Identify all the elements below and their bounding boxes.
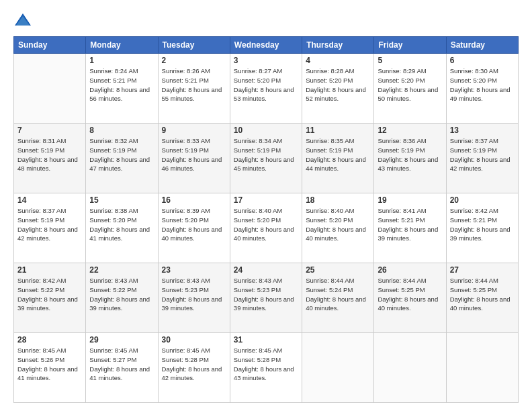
day-info: Sunrise: 8:34 AMSunset: 5:19 PMDaylight:… [234,136,298,173]
day-number: 27 [450,265,515,275]
calendar-cell: 18Sunrise: 8:40 AMSunset: 5:20 PMDayligh… [302,193,374,263]
day-info: Sunrise: 8:45 AMSunset: 5:27 PMDaylight:… [89,346,154,383]
day-info: Sunrise: 8:37 AMSunset: 5:19 PMDaylight:… [17,206,82,243]
day-info: Sunrise: 8:35 AMSunset: 5:19 PMDaylight:… [306,136,370,173]
calendar-cell [446,333,518,403]
day-info: Sunrise: 8:45 AMSunset: 5:28 PMDaylight:… [234,346,298,383]
day-info: Sunrise: 8:44 AMSunset: 5:25 PMDaylight:… [450,276,515,313]
day-info: Sunrise: 8:41 AMSunset: 5:21 PMDaylight:… [378,206,442,243]
calendar-header-row: SundayMondayTuesdayWednesdayThursdayFrid… [14,37,519,54]
day-info: Sunrise: 8:38 AMSunset: 5:20 PMDaylight:… [89,206,154,243]
day-number: 7 [17,126,82,135]
calendar-week-row: 7Sunrise: 8:31 AMSunset: 5:19 PMDaylight… [14,124,519,193]
calendar-cell: 27Sunrise: 8:44 AMSunset: 5:25 PMDayligh… [446,263,518,333]
calendar-cell: 22Sunrise: 8:43 AMSunset: 5:22 PMDayligh… [86,263,158,333]
day-number: 21 [17,265,82,275]
day-number: 22 [89,265,154,275]
calendar-cell [14,54,86,124]
day-number: 11 [306,126,370,135]
calendar-page: SundayMondayTuesdayWednesdayThursdayFrid… [0,0,532,411]
calendar-week-row: 14Sunrise: 8:37 AMSunset: 5:19 PMDayligh… [14,193,519,263]
calendar-table: SundayMondayTuesdayWednesdayThursdayFrid… [13,36,519,403]
day-number: 6 [450,56,515,65]
day-info: Sunrise: 8:24 AMSunset: 5:21 PMDaylight:… [89,66,154,103]
calendar-cell: 19Sunrise: 8:41 AMSunset: 5:21 PMDayligh… [374,193,446,263]
day-info: Sunrise: 8:26 AMSunset: 5:21 PMDaylight:… [162,66,226,103]
day-info: Sunrise: 8:44 AMSunset: 5:24 PMDaylight:… [306,276,370,313]
calendar-cell: 13Sunrise: 8:37 AMSunset: 5:19 PMDayligh… [446,124,518,193]
calendar-cell: 24Sunrise: 8:43 AMSunset: 5:23 PMDayligh… [230,263,302,333]
day-info: Sunrise: 8:43 AMSunset: 5:23 PMDaylight:… [234,276,298,313]
calendar-cell: 11Sunrise: 8:35 AMSunset: 5:19 PMDayligh… [302,124,374,193]
calendar-cell: 30Sunrise: 8:45 AMSunset: 5:28 PMDayligh… [158,333,230,403]
calendar-header-cell: Wednesday [230,37,302,54]
day-number: 23 [162,265,226,275]
calendar-cell: 2Sunrise: 8:26 AMSunset: 5:21 PMDaylight… [158,54,230,124]
calendar-week-row: 21Sunrise: 8:42 AMSunset: 5:22 PMDayligh… [14,263,519,333]
day-info: Sunrise: 8:37 AMSunset: 5:19 PMDaylight:… [450,136,515,173]
calendar-header-cell: Saturday [446,37,518,54]
calendar-cell: 7Sunrise: 8:31 AMSunset: 5:19 PMDaylight… [14,124,86,193]
calendar-cell: 14Sunrise: 8:37 AMSunset: 5:19 PMDayligh… [14,193,86,263]
day-number: 25 [306,265,370,275]
day-info: Sunrise: 8:40 AMSunset: 5:20 PMDaylight:… [306,206,370,243]
day-number: 2 [162,56,226,65]
calendar-week-row: 1Sunrise: 8:24 AMSunset: 5:21 PMDaylight… [14,54,519,124]
calendar-cell: 29Sunrise: 8:45 AMSunset: 5:27 PMDayligh… [86,333,158,403]
logo [13,11,35,30]
calendar-cell: 12Sunrise: 8:36 AMSunset: 5:19 PMDayligh… [374,124,446,193]
day-number: 9 [162,126,226,135]
calendar-cell: 1Sunrise: 8:24 AMSunset: 5:21 PMDaylight… [86,54,158,124]
day-number: 31 [234,335,298,345]
calendar-header-cell: Tuesday [158,37,230,54]
day-info: Sunrise: 8:45 AMSunset: 5:28 PMDaylight:… [162,346,226,383]
day-number: 1 [89,56,154,65]
day-info: Sunrise: 8:39 AMSunset: 5:20 PMDaylight:… [162,206,226,243]
day-info: Sunrise: 8:36 AMSunset: 5:19 PMDaylight:… [378,136,442,173]
day-info: Sunrise: 8:28 AMSunset: 5:20 PMDaylight:… [306,66,370,103]
day-number: 28 [17,335,82,345]
day-info: Sunrise: 8:40 AMSunset: 5:20 PMDaylight:… [234,206,298,243]
day-info: Sunrise: 8:31 AMSunset: 5:19 PMDaylight:… [17,136,82,173]
calendar-cell: 15Sunrise: 8:38 AMSunset: 5:20 PMDayligh… [86,193,158,263]
day-number: 10 [234,126,298,135]
day-info: Sunrise: 8:42 AMSunset: 5:22 PMDaylight:… [17,276,82,313]
day-info: Sunrise: 8:42 AMSunset: 5:21 PMDaylight:… [450,206,515,243]
day-info: Sunrise: 8:33 AMSunset: 5:19 PMDaylight:… [162,136,226,173]
day-info: Sunrise: 8:43 AMSunset: 5:22 PMDaylight:… [89,276,154,313]
calendar-cell: 6Sunrise: 8:30 AMSunset: 5:20 PMDaylight… [446,54,518,124]
calendar-week-row: 28Sunrise: 8:45 AMSunset: 5:26 PMDayligh… [14,333,519,403]
day-number: 26 [378,265,442,275]
day-info: Sunrise: 8:29 AMSunset: 5:20 PMDaylight:… [378,66,442,103]
day-number: 13 [450,126,515,135]
day-number: 20 [450,195,515,205]
day-number: 16 [162,195,226,205]
day-info: Sunrise: 8:27 AMSunset: 5:20 PMDaylight:… [234,66,298,103]
day-number: 17 [234,195,298,205]
calendar-cell: 5Sunrise: 8:29 AMSunset: 5:20 PMDaylight… [374,54,446,124]
day-number: 24 [234,265,298,275]
day-number: 18 [306,195,370,205]
calendar-cell: 28Sunrise: 8:45 AMSunset: 5:26 PMDayligh… [14,333,86,403]
calendar-header-cell: Thursday [302,37,374,54]
calendar-cell: 10Sunrise: 8:34 AMSunset: 5:19 PMDayligh… [230,124,302,193]
calendar-cell: 26Sunrise: 8:44 AMSunset: 5:25 PMDayligh… [374,263,446,333]
calendar-cell: 17Sunrise: 8:40 AMSunset: 5:20 PMDayligh… [230,193,302,263]
day-number: 14 [17,195,82,205]
calendar-header-cell: Monday [86,37,158,54]
calendar-cell: 8Sunrise: 8:32 AMSunset: 5:19 PMDaylight… [86,124,158,193]
day-number: 19 [378,195,442,205]
calendar-cell: 20Sunrise: 8:42 AMSunset: 5:21 PMDayligh… [446,193,518,263]
day-info: Sunrise: 8:45 AMSunset: 5:26 PMDaylight:… [17,346,82,383]
day-number: 3 [234,56,298,65]
day-number: 15 [89,195,154,205]
calendar-cell: 25Sunrise: 8:44 AMSunset: 5:24 PMDayligh… [302,263,374,333]
calendar-cell: 23Sunrise: 8:43 AMSunset: 5:23 PMDayligh… [158,263,230,333]
day-info: Sunrise: 8:32 AMSunset: 5:19 PMDaylight:… [89,136,154,173]
calendar-header-cell: Friday [374,37,446,54]
calendar-cell: 4Sunrise: 8:28 AMSunset: 5:20 PMDaylight… [302,54,374,124]
day-number: 12 [378,126,442,135]
calendar-cell: 3Sunrise: 8:27 AMSunset: 5:20 PMDaylight… [230,54,302,124]
calendar-cell: 16Sunrise: 8:39 AMSunset: 5:20 PMDayligh… [158,193,230,263]
calendar-cell: 31Sunrise: 8:45 AMSunset: 5:28 PMDayligh… [230,333,302,403]
